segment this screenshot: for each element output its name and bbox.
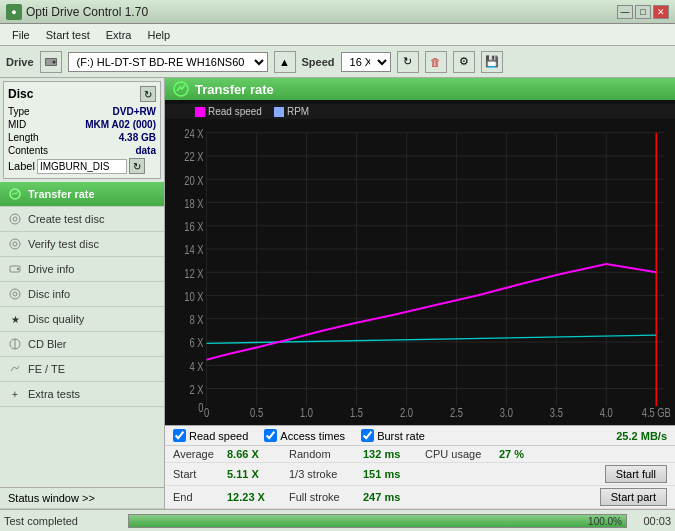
nav-transfer-rate[interactable]: Transfer rate	[0, 182, 164, 207]
disc-info-icon	[8, 287, 22, 301]
svg-point-7	[13, 242, 17, 246]
nav-disc-info-label: Disc info	[28, 288, 70, 300]
access-times-check: Access times	[264, 429, 345, 442]
disc-label-row: Label ↻	[8, 158, 156, 174]
nav-create-test-disc[interactable]: Create test disc	[0, 207, 164, 232]
refresh-button[interactable]: ↻	[397, 51, 419, 73]
nav-menu: Transfer rate Create test disc Verify te…	[0, 182, 164, 487]
nav-disc-quality[interactable]: ★ Disc quality	[0, 307, 164, 332]
legend-read-speed-color	[195, 107, 205, 117]
svg-text:22 X: 22 X	[184, 150, 204, 164]
drive-icon-btn[interactable]	[40, 51, 62, 73]
chart-header-icon	[173, 81, 189, 97]
app-icon: ●	[6, 4, 22, 20]
access-times-check-label: Access times	[280, 430, 345, 442]
read-speed-checkbox[interactable]	[173, 429, 186, 442]
fe-te-icon	[8, 362, 22, 376]
disc-label-input[interactable]	[37, 159, 127, 174]
svg-text:2.5: 2.5	[450, 406, 463, 420]
disc-contents-row: Contents data	[8, 145, 156, 156]
svg-text:2.0: 2.0	[400, 406, 413, 420]
verify-disc-icon	[8, 237, 22, 251]
menu-help[interactable]: Help	[139, 27, 178, 43]
disc-length-label: Length	[8, 132, 39, 143]
stats-area: Average 8.66 X Random 132 ms CPU usage 2…	[165, 445, 675, 509]
nav-drive-info-label: Drive info	[28, 263, 74, 275]
average-value: 8.66 X	[227, 448, 277, 460]
svg-text:0: 0	[204, 406, 209, 420]
menu-file[interactable]: File	[4, 27, 38, 43]
disc-refresh-button[interactable]: ↻	[140, 86, 156, 102]
stats-row-2: Start 5.11 X 1/3 stroke 151 ms Start ful…	[165, 463, 675, 486]
svg-point-9	[17, 268, 19, 270]
nav-verify-test-disc[interactable]: Verify test disc	[0, 232, 164, 257]
menu-start-test[interactable]: Start test	[38, 27, 98, 43]
svg-text:24 X: 24 X	[184, 127, 204, 141]
speed-select[interactable]: 16 X	[341, 52, 391, 72]
nav-cd-bler[interactable]: CD Bler	[0, 332, 164, 357]
erase-button[interactable]: 🗑	[425, 51, 447, 73]
title-bar: ● Opti Drive Control 1.70 — □ ✕	[0, 0, 675, 24]
status-window-button[interactable]: Status window >>	[0, 488, 164, 509]
access-times-checkbox[interactable]	[264, 429, 277, 442]
svg-text:0: 0	[198, 401, 203, 415]
disc-label-label: Label	[8, 160, 35, 172]
burst-rate-checkbox[interactable]	[361, 429, 374, 442]
svg-point-5	[13, 217, 17, 221]
settings-button[interactable]: ⚙	[453, 51, 475, 73]
status-window-label: Status window >>	[8, 492, 95, 504]
nav-fe-te[interactable]: FE / TE	[0, 357, 164, 382]
nav-extra-tests[interactable]: + Extra tests	[0, 382, 164, 407]
svg-point-4	[10, 214, 20, 224]
start-label: Start	[173, 468, 223, 480]
legend-read-speed-label: Read speed	[208, 106, 262, 117]
disc-quality-icon: ★	[8, 312, 22, 326]
legend-read-speed: Read speed	[195, 106, 262, 117]
disc-label-refresh[interactable]: ↻	[129, 158, 145, 174]
svg-text:16 X: 16 X	[184, 220, 204, 234]
svg-text:8 X: 8 X	[189, 313, 204, 327]
nav-disc-quality-label: Disc quality	[28, 313, 84, 325]
end-label: End	[173, 491, 223, 503]
disc-mid-value: MKM A02 (000)	[85, 119, 156, 130]
svg-text:0.5: 0.5	[250, 406, 263, 420]
disc-mid-label: MID	[8, 119, 26, 130]
start-full-button[interactable]: Start full	[605, 465, 667, 483]
save-button[interactable]: 💾	[481, 51, 503, 73]
menu-extra[interactable]: Extra	[98, 27, 140, 43]
nav-create-test-disc-label: Create test disc	[28, 213, 104, 225]
svg-text:12 X: 12 X	[184, 266, 204, 280]
maximize-button[interactable]: □	[635, 5, 651, 19]
drive-select[interactable]: (F:) HL-DT-ST BD-RE WH16NS60 1.01	[68, 52, 268, 72]
nav-disc-info[interactable]: Disc info	[0, 282, 164, 307]
svg-text:3.5: 3.5	[550, 406, 563, 420]
read-speed-check-label: Read speed	[189, 430, 248, 442]
svg-text:2 X: 2 X	[189, 383, 204, 397]
transfer-rate-icon	[8, 187, 22, 201]
toolbar: Drive (F:) HL-DT-ST BD-RE WH16NS60 1.01 …	[0, 46, 675, 78]
svg-point-10	[10, 289, 20, 299]
legend-rpm: RPM	[274, 106, 309, 117]
window-title: Opti Drive Control 1.70	[26, 5, 148, 19]
end-value: 12.23 X	[227, 491, 277, 503]
minimize-button[interactable]: —	[617, 5, 633, 19]
svg-text:4.5 GB: 4.5 GB	[642, 406, 671, 420]
close-button[interactable]: ✕	[653, 5, 669, 19]
average-label: Average	[173, 448, 223, 460]
eject-button[interactable]: ▲	[274, 51, 296, 73]
title-controls: — □ ✕	[617, 5, 669, 19]
progress-bar: 100.0%	[128, 514, 627, 528]
extra-tests-icon: +	[8, 387, 22, 401]
chart-graph: 24 X 22 X 20 X 18 X 16 X 14 X 12 X 10 X …	[165, 119, 675, 420]
nav-drive-info[interactable]: Drive info	[0, 257, 164, 282]
cd-bler-icon	[8, 337, 22, 351]
time-display: 00:03	[631, 515, 671, 527]
read-speed-check: Read speed	[173, 429, 248, 442]
svg-text:10 X: 10 X	[184, 290, 204, 304]
svg-point-6	[10, 239, 20, 249]
one-third-stroke-value: 151 ms	[363, 468, 413, 480]
status-text: Test completed	[4, 515, 124, 527]
nav-fe-te-label: FE / TE	[28, 363, 65, 375]
burst-rate-check-label: Burst rate	[377, 430, 425, 442]
start-part-button[interactable]: Start part	[600, 488, 667, 506]
